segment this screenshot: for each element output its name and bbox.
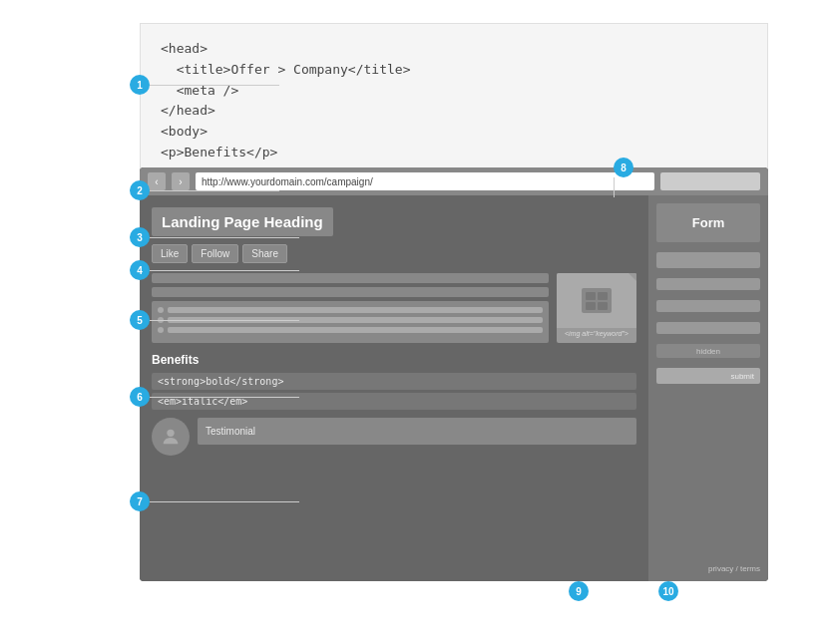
- annotation-3: 3: [130, 227, 150, 247]
- bullet-line-1: [168, 307, 543, 313]
- code-line-2: <title>Offer > Company</title>: [161, 62, 410, 77]
- testimonial-area: Testimonial: [152, 418, 636, 456]
- annotation-4: 4: [130, 260, 150, 280]
- avatar-icon: [160, 426, 182, 448]
- grid-cell-4: [598, 302, 608, 310]
- strong-tag: <strong>bold</strong>: [152, 373, 636, 390]
- form-field-4[interactable]: [656, 322, 760, 334]
- annotation-7: 7: [130, 491, 150, 511]
- share-button[interactable]: Share: [242, 244, 287, 263]
- svg-point-0: [167, 430, 174, 437]
- annotation-line-5: [150, 320, 299, 321]
- bullet-list: [152, 301, 549, 343]
- social-buttons: Like Follow Share: [152, 244, 636, 263]
- code-block: <head> <title>Offer > Company</title> <m…: [140, 23, 768, 179]
- browser-forward-button[interactable]: ›: [172, 172, 190, 190]
- bullet-dot-1: [158, 307, 164, 313]
- browser-content: Landing Page Heading Like Follow Share: [140, 195, 768, 581]
- annotation-5: 5: [130, 310, 150, 330]
- annotation-9: 9: [569, 581, 589, 601]
- privacy-text: privacy / terms: [656, 534, 760, 573]
- main-container: <head> <title>Offer > Company</title> <m…: [40, 13, 798, 631]
- annotation-6: 6: [130, 387, 150, 407]
- like-button[interactable]: Like: [152, 244, 188, 263]
- image-alt-text: <img alt="keyword">: [563, 328, 630, 339]
- grid-cell-3: [586, 302, 596, 310]
- code-line-4: </head>: [161, 103, 215, 118]
- submit-label: submit: [730, 372, 754, 381]
- bullet-item-3: [158, 327, 543, 333]
- avatar: [152, 418, 190, 456]
- annotation-2: 2: [130, 180, 150, 200]
- image-placeholder: <img alt="keyword">: [557, 273, 636, 343]
- annotation-line-3: [150, 237, 299, 238]
- testimonial-label: Testimonial: [206, 426, 255, 437]
- annotation-line-6: [150, 397, 299, 398]
- text-line-1: [152, 273, 549, 283]
- em-tag: <em>italic</em>: [152, 393, 636, 410]
- image-corner-flag: [628, 273, 636, 281]
- annotation-line-1: [150, 85, 279, 86]
- image-inner: [557, 273, 636, 328]
- annotation-8: 8: [614, 158, 633, 177]
- submit-button[interactable]: submit: [656, 368, 760, 384]
- code-line-6: <p>Benefits</p>: [161, 145, 277, 160]
- browser-back-button[interactable]: ‹: [148, 172, 166, 190]
- grid-cell-2: [598, 292, 608, 300]
- content-area: <img alt="keyword">: [152, 273, 636, 343]
- annotation-10: 10: [658, 581, 678, 601]
- benefits-title: Benefits: [152, 353, 636, 367]
- annotation-line-4: [150, 270, 299, 271]
- code-line-5: <body>: [161, 124, 208, 139]
- page-sidebar: Form hidden submit privacy / terms: [648, 195, 768, 581]
- benefits-section: Benefits <strong>bold</strong> <em>itali…: [152, 353, 636, 410]
- testimonial-box: Testimonial: [198, 418, 636, 445]
- form-field-1[interactable]: [656, 252, 760, 268]
- code-line-1: <head>: [161, 41, 208, 56]
- text-block: [152, 273, 549, 343]
- image-grid: [583, 289, 611, 313]
- form-field-3[interactable]: [656, 300, 760, 312]
- annotation-line-2: [150, 190, 279, 191]
- text-line-2: [152, 287, 549, 297]
- page-main: Landing Page Heading Like Follow Share: [140, 195, 648, 581]
- annotation-line-8: [614, 177, 615, 197]
- bullet-dot-3: [158, 327, 164, 333]
- annotation-line-7: [150, 501, 299, 502]
- browser-url-bar[interactable]: http://www.yourdomain.com/campaign/: [196, 172, 654, 190]
- bullet-item-1: [158, 307, 543, 313]
- image-icon: [582, 288, 612, 313]
- browser-search-bar[interactable]: [660, 172, 760, 190]
- landing-heading: Landing Page Heading: [152, 207, 333, 236]
- form-label: Form: [656, 203, 760, 242]
- form-field-2[interactable]: [656, 278, 760, 290]
- hidden-field: hidden: [656, 344, 760, 358]
- hidden-label: hidden: [696, 347, 720, 356]
- grid-cell-1: [586, 292, 596, 300]
- annotation-1: 1: [130, 75, 150, 95]
- bullet-line-3: [168, 327, 543, 333]
- follow-button[interactable]: Follow: [192, 244, 238, 263]
- browser-frame: ‹ › http://www.yourdomain.com/campaign/ …: [140, 167, 768, 581]
- browser-url-text: http://www.yourdomain.com/campaign/: [202, 176, 373, 187]
